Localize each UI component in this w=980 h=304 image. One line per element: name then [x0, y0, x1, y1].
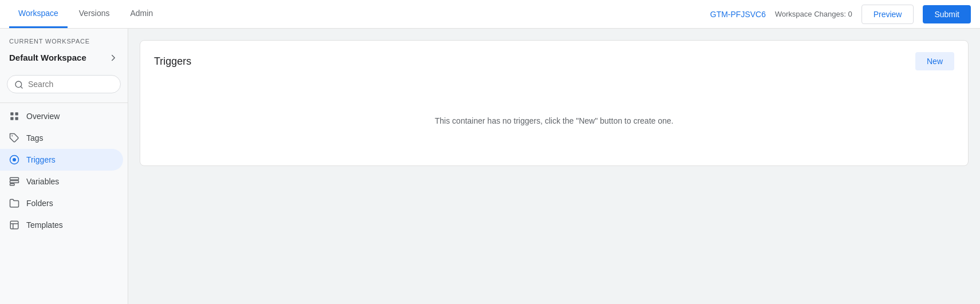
workspace-selector[interactable]: Default Workspace — [0, 47, 128, 70]
sidebar-item-label-triggers: Triggers — [26, 155, 56, 164]
svg-rect-9 — [10, 177, 19, 180]
svg-rect-3 — [15, 112, 18, 115]
tab-admin[interactable]: Admin — [121, 0, 162, 28]
empty-state: This container has no triggers, click th… — [154, 105, 954, 137]
sidebar-item-label-variables: Variables — [26, 177, 59, 186]
svg-line-1 — [21, 86, 22, 88]
card-header: Triggers New — [154, 52, 954, 70]
sidebar-item-tags[interactable]: Tags — [0, 127, 123, 149]
top-nav: Workspace Versions Admin GTM-PFJSVC6 Wor… — [0, 0, 980, 29]
content-card: Triggers New This container has no trigg… — [140, 40, 969, 166]
search-container — [0, 70, 128, 100]
svg-rect-10 — [10, 181, 19, 183]
search-input[interactable] — [28, 80, 113, 89]
sidebar-item-label-folders: Folders — [26, 199, 53, 208]
card-title: Triggers — [154, 56, 191, 68]
submit-button[interactable]: Submit — [923, 5, 971, 23]
svg-rect-2 — [10, 112, 13, 115]
main-content: Triggers New This container has no trigg… — [128, 29, 980, 304]
variables-icon — [9, 176, 19, 187]
sidebar: CURRENT WORKSPACE Default Workspace — [0, 29, 128, 304]
svg-rect-5 — [15, 117, 18, 120]
empty-state-text: This container has no triggers, click th… — [165, 116, 943, 125]
sidebar-item-triggers[interactable]: Triggers — [0, 149, 123, 171]
search-icon — [14, 79, 23, 89]
svg-rect-4 — [10, 117, 13, 120]
layout: CURRENT WORKSPACE Default Workspace — [0, 29, 980, 304]
nav-tabs: Workspace Versions Admin — [9, 0, 164, 28]
svg-rect-12 — [10, 221, 18, 229]
tab-workspace[interactable]: Workspace — [9, 0, 68, 28]
triggers-icon — [9, 155, 19, 165]
chevron-right-icon — [108, 52, 118, 64]
gtm-id: GTM-PFJSVC6 — [710, 10, 766, 19]
svg-rect-11 — [10, 184, 15, 185]
new-trigger-button[interactable]: New — [915, 52, 954, 70]
folders-icon — [9, 198, 19, 208]
overview-icon — [9, 111, 19, 121]
sidebar-item-label-templates: Templates — [26, 220, 63, 230]
workspace-changes: Workspace Changes: 0 — [775, 10, 852, 18]
sidebar-item-label-overview: Overview — [26, 112, 60, 121]
templates-icon — [9, 220, 19, 230]
sidebar-item-overview[interactable]: Overview — [0, 105, 123, 127]
tags-icon — [9, 133, 19, 143]
preview-button[interactable]: Preview — [862, 5, 914, 24]
tab-versions[interactable]: Versions — [70, 0, 119, 28]
search-box — [7, 75, 121, 93]
sidebar-item-variables[interactable]: Variables — [0, 171, 123, 192]
top-nav-right: GTM-PFJSVC6 Workspace Changes: 0 Preview… — [710, 5, 971, 24]
workspace-name: Default Workspace — [9, 53, 86, 62]
sidebar-item-folders[interactable]: Folders — [0, 192, 123, 214]
current-workspace-label: CURRENT WORKSPACE — [0, 29, 128, 47]
svg-point-8 — [13, 158, 16, 161]
sidebar-item-templates[interactable]: Templates — [0, 214, 123, 236]
sidebar-item-label-tags: Tags — [26, 133, 44, 143]
sidebar-divider — [0, 102, 128, 103]
